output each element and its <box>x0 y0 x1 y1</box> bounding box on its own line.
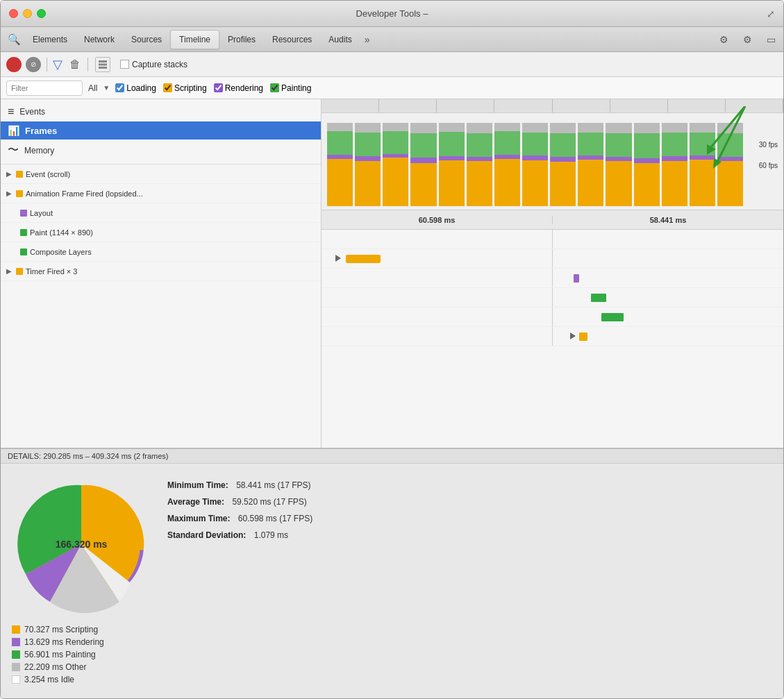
legend-dot-other <box>12 663 20 671</box>
tab-network[interactable]: Network <box>76 30 123 49</box>
tl-vis-row-scroll <box>322 230 783 249</box>
filter-input[interactable] <box>6 81 83 96</box>
tl-vis-cell <box>553 230 783 249</box>
tabbar: 🔍 Elements Network Sources Timeline Prof… <box>1 27 783 52</box>
nav-events[interactable]: ≡ Events <box>1 102 321 121</box>
tl-vis-row-timer <box>322 327 783 346</box>
frame-bar <box>494 113 520 206</box>
frame-bar <box>550 113 576 206</box>
event-color-dot <box>16 190 23 197</box>
stat-average: Average Time: 59.520 ms (17 FPS) <box>167 497 772 507</box>
event-row-layout[interactable]: Layout <box>1 203 321 223</box>
filter-loading[interactable]: Loading <box>115 83 156 93</box>
tl-vis-cell <box>322 230 553 249</box>
stats-panel: Minimum Time: 58.441 ms (17 FPS) Average… <box>167 475 772 553</box>
fps-60-label: 60 fps <box>759 162 778 169</box>
stat-average-label: Average Time: <box>167 497 224 507</box>
titlebar: Developer Tools – ⤢ <box>1 1 783 27</box>
memory-label: Memory <box>24 146 54 155</box>
legend-painting-label: 56.901 ms Painting <box>24 650 96 659</box>
event-label: Timer Fired × 3 <box>26 267 77 276</box>
filter-checkboxes: Loading Scripting Rendering Painting <box>115 83 311 93</box>
stat-maximum-label: Maximum Time: <box>167 514 230 523</box>
pie-chart-container: 166.320 ms <box>12 475 151 614</box>
frame-bar <box>439 113 465 206</box>
loading-label: Loading <box>126 83 156 93</box>
frame-bar <box>634 113 660 206</box>
nav-frames[interactable]: 📊 Frames <box>1 121 321 140</box>
tab-sources[interactable]: Sources <box>123 30 170 49</box>
event-label: Composite Layers <box>30 248 92 256</box>
event-row-timer[interactable]: ▶ Timer Fired × 3 <box>1 262 321 281</box>
tab-timeline[interactable]: Timeline <box>170 30 219 49</box>
tl-vis-cell <box>553 269 783 287</box>
minimize-button[interactable] <box>23 9 32 18</box>
legend-other: 22.209 ms Other <box>12 662 772 672</box>
sidebar-nav: ≡ Events 📊 Frames 〜 Memory <box>1 99 321 165</box>
expand-icon[interactable]: ⤢ <box>767 8 775 19</box>
frame-bar <box>606 113 631 206</box>
frame-bar <box>467 113 492 206</box>
stack-icon <box>95 57 110 72</box>
nav-memory[interactable]: 〜 Memory <box>1 140 321 161</box>
tl-vis-cell <box>553 288 783 307</box>
event-row-composite[interactable]: Composite Layers <box>1 242 321 262</box>
svg-rect-2 <box>99 67 107 69</box>
stat-stddev-label: Standard Deviation: <box>167 530 246 540</box>
stop-button[interactable]: ⊘ <box>26 57 41 72</box>
tl-vis-row-layout <box>322 269 783 288</box>
filter-painting[interactable]: Painting <box>270 83 311 93</box>
filter-row: All ▼ Loading Scripting Rendering Painti… <box>1 77 783 99</box>
fps-30-label: 30 fps <box>759 141 778 149</box>
event-label: Paint (1144 × 890) <box>30 228 93 237</box>
timer-bar <box>579 332 587 341</box>
search-icon[interactable]: 🔍 <box>3 29 24 50</box>
frame-bar <box>383 113 408 206</box>
frames-icon: 📊 <box>8 125 19 136</box>
stat-average-value: 59.520 ms (17 FPS) <box>232 497 306 507</box>
tab-right-icons: ⚙ ⚙ ▭ <box>714 30 781 49</box>
legend-rendering-label: 13.629 ms Rendering <box>24 637 104 647</box>
console-icon[interactable]: ⚙ <box>714 30 733 49</box>
frame-bar <box>410 113 436 206</box>
filter-arrow[interactable]: ▼ <box>103 84 110 92</box>
legend-idle-label: 3.254 ms Idle <box>24 675 74 684</box>
ms-col1: 60.598 ms <box>322 216 553 224</box>
tab-profiles[interactable]: Profiles <box>219 30 264 49</box>
tl-vis-cell <box>322 249 553 268</box>
event-row-animation[interactable]: ▶ Animation Frame Fired (lopsided... <box>1 184 321 203</box>
filter-rendering[interactable]: Rendering <box>214 83 263 93</box>
record-button[interactable] <box>6 57 22 72</box>
frames-chart[interactable]: 30 fps 60 fps <box>322 99 783 210</box>
tab-resources[interactable]: Resources <box>264 30 320 49</box>
filter-icon[interactable]: ▽ <box>53 57 62 72</box>
tl-vis-cell <box>322 269 553 287</box>
events-icon: ≡ <box>8 106 14 118</box>
frame-bar <box>662 113 687 206</box>
legend-scripting-label: 70.327 ms Scripting <box>24 625 98 634</box>
traffic-lights <box>9 9 46 18</box>
trash-icon[interactable]: 🗑 <box>69 58 81 71</box>
filter-scripting[interactable]: Scripting <box>163 83 207 93</box>
rendering-label: Rendering <box>225 83 263 93</box>
frame-bar <box>327 113 353 206</box>
event-label: Layout <box>30 209 53 217</box>
expand-arrow: ▶ <box>6 190 13 197</box>
legend-scripting: 70.327 ms Scripting <box>12 625 772 634</box>
legend-idle: 3.254 ms Idle <box>12 675 772 684</box>
green-arrow-icon <box>703 106 752 178</box>
settings-icon[interactable]: ⚙ <box>737 30 757 49</box>
close-button[interactable] <box>9 9 18 18</box>
maximize-button[interactable] <box>37 9 46 18</box>
event-row-scroll[interactable]: ▶ Event (scroll) <box>1 165 321 184</box>
dock-icon[interactable]: ▭ <box>761 30 781 49</box>
frames-label: Frames <box>25 126 57 136</box>
tab-audits[interactable]: Audits <box>320 30 360 49</box>
stat-stddev-value: 1.079 ms <box>254 530 288 540</box>
capture-stacks-checkbox[interactable] <box>120 60 129 69</box>
event-row-paint[interactable]: Paint (1144 × 890) <box>1 223 321 242</box>
tab-elements[interactable]: Elements <box>24 30 76 49</box>
event-label: Event (scroll) <box>26 170 70 178</box>
stat-stddev: Standard Deviation: 1.079 ms <box>167 530 772 540</box>
more-tabs-icon[interactable]: » <box>360 34 374 45</box>
